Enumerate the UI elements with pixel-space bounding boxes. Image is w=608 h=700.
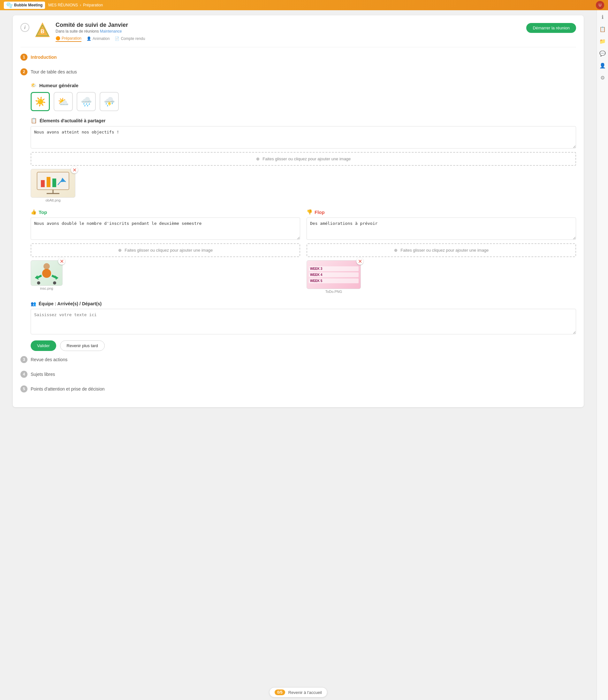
svg-point-9 xyxy=(43,263,50,269)
news-icon: 📋 xyxy=(31,117,37,124)
weather-cloudy-rain[interactable]: 🌧️ xyxy=(77,92,96,111)
agenda-num-5: 5 xyxy=(20,385,27,393)
suite-link[interactable]: Maintenance xyxy=(100,29,122,34)
agenda-num-1: 1 xyxy=(20,54,27,61)
prep-icon: 🟠 xyxy=(56,36,60,41)
tab-compte-rendu[interactable]: 📄 Compte rendu xyxy=(115,36,145,42)
todo-lines: WEEK 3 WEEK 4 WEEK 5 xyxy=(309,266,359,283)
svg-rect-8 xyxy=(52,178,56,187)
todo-image: WEEK 3 WEEK 4 WEEK 5 xyxy=(307,260,361,289)
start-meeting-button[interactable]: Démarrer la réunion xyxy=(526,23,576,33)
panel-icon-settings[interactable]: ⚙ xyxy=(599,74,606,81)
panel-icon-list[interactable]: 📋 xyxy=(599,25,606,33)
tab-preparation[interactable]: 🟠 Préparation xyxy=(56,36,81,42)
top-upload-zone[interactable]: ⊕ Faites glisser ou cliquez pour ajouter… xyxy=(31,243,300,257)
top-icon: 👍 xyxy=(31,209,37,215)
tab-animation[interactable]: 👤 Animation xyxy=(87,36,110,42)
nav-mes-reunions[interactable]: MES RÉUNIONS xyxy=(48,3,78,7)
top-title: 👍 Top xyxy=(31,209,300,215)
svg-rect-6 xyxy=(41,180,45,187)
panel-icon-person[interactable]: 👤 xyxy=(599,62,606,69)
meeting-header: i B Comité de suivi de Janvier Dans la s… xyxy=(20,22,576,42)
main-layout: i B Comité de suivi de Janvier Dans la s… xyxy=(0,10,608,700)
later-button[interactable]: Revenir plus tard xyxy=(60,340,105,351)
flop-icon: 👎 xyxy=(307,209,312,215)
svg-point-14 xyxy=(53,281,56,285)
panel-icon-folder[interactable]: 📁 xyxy=(599,38,606,45)
svg-point-10 xyxy=(42,269,51,278)
meeting-header-left: i B Comité de suivi de Janvier Dans la s… xyxy=(20,22,145,42)
agenda-item-5-header[interactable]: 5 Points d'attention et prise de décisio… xyxy=(20,383,576,395)
meeting-tabs: 🟠 Préparation 👤 Animation 📄 Compte rendu xyxy=(56,36,145,42)
weather-sun[interactable]: ☀️ xyxy=(31,92,50,111)
agenda-label-3: Revue des actions xyxy=(31,357,68,362)
equipe-label: 👥 Équipe : Arrivée(s) / Départ(s) xyxy=(31,301,576,306)
progress-badge: 0/5 xyxy=(274,689,285,695)
flop-upload-icon: ⊕ xyxy=(394,248,398,252)
weather-partly-cloudy[interactable]: ⛅ xyxy=(54,92,73,111)
top-textarea[interactable] xyxy=(31,217,300,240)
meeting-title: Comité de suivi de Janvier xyxy=(56,22,145,29)
meeting-logo: B xyxy=(35,22,51,38)
agenda-item-4: 4 Sujets libres xyxy=(20,368,576,380)
news-upload-zone[interactable]: ⊕ Faites glisser ou cliquez pour ajouter… xyxy=(31,152,576,166)
todo-line-1: WEEK 3 xyxy=(309,266,359,271)
flop-title: 👎 Flop xyxy=(307,209,576,215)
progress-pill: 0/5 Revenir à l'accueil xyxy=(269,687,327,697)
svg-point-13 xyxy=(37,281,40,285)
info-button[interactable]: i xyxy=(20,23,30,32)
agenda-label-5: Points d'attention et prise de décision xyxy=(31,386,105,392)
agenda-label-4: Sujets libres xyxy=(31,372,55,377)
panel-icon-info[interactable]: ℹ xyxy=(599,14,606,20)
agenda-item-2-header[interactable]: 2 Tour de table des actus xyxy=(20,66,576,78)
agenda-num-3: 3 xyxy=(20,356,27,363)
agenda-num-2: 2 xyxy=(20,68,27,75)
nav-preparation: Préparation xyxy=(83,3,103,7)
agenda-item-1-header[interactable]: 1 Introduction xyxy=(20,51,576,63)
avatar[interactable]: U xyxy=(596,1,604,9)
flop-textarea[interactable] xyxy=(307,217,576,240)
flop-section: 👎 Flop ⊕ Faites glisser ou cliquez pour … xyxy=(307,209,576,297)
humeur-icon: 🌤️ xyxy=(31,82,37,88)
agenda-item-2: 2 Tour de table des actus 🌤️ Humeur géné… xyxy=(20,66,576,351)
image-preview-insc: ✕ xyxy=(31,260,62,290)
meeting-subtitle: Dans la suite de réunions Maintenance xyxy=(56,29,145,34)
bottom-spacer xyxy=(0,412,596,428)
equipe-icon: 👥 xyxy=(31,301,36,306)
remove-insc-button[interactable]: ✕ xyxy=(58,258,65,265)
cloudy-rain-emoji: 🌧️ xyxy=(81,96,92,107)
humeur-title: 🌤️ Humeur générale xyxy=(31,82,576,88)
news-textarea[interactable] xyxy=(31,126,576,149)
svg-text:B: B xyxy=(41,29,44,34)
nav-chevron-right: › xyxy=(80,3,81,7)
agenda-item-3: 3 Revue des actions xyxy=(20,354,576,366)
insc-label: insc.png xyxy=(31,286,62,290)
agenda-num-4: 4 xyxy=(20,371,27,378)
cr-icon: 📄 xyxy=(115,36,119,41)
agenda-item-5: 5 Points d'attention et prise de décisio… xyxy=(20,383,576,395)
agenda-item-3-header[interactable]: 3 Revue des actions xyxy=(20,354,576,366)
brand-logo[interactable]: 🫧 Bubble Meeting xyxy=(4,2,45,9)
agenda-label-2: Tour de table des actus xyxy=(31,69,77,74)
svg-rect-7 xyxy=(46,177,51,187)
obatt-label: obAtt.png xyxy=(31,198,75,202)
news-section-label: 📋 Élements d'actualité à partager xyxy=(31,117,576,124)
agenda-label-1: Introduction xyxy=(31,55,57,60)
image-preview-obatt: ✕ xyxy=(31,169,75,202)
home-link[interactable]: Revenir à l'accueil xyxy=(288,690,322,695)
image-preview-todo: ✕ WEEK 3 WEEK 4 WEEK 5 ToDo.PNG xyxy=(307,260,361,294)
agenda-item-4-header[interactable]: 4 Sujets libres xyxy=(20,368,576,380)
humeur-section: 🌤️ Humeur générale ☀️ ⛅ 🌧️ xyxy=(31,82,576,351)
brand-name: Bubble Meeting xyxy=(14,3,42,7)
flop-upload-zone[interactable]: ⊕ Faites glisser ou cliquez pour ajouter… xyxy=(307,243,576,257)
top-flop-row: 👍 Top ⊕ Faites glisser ou cliquez pour a… xyxy=(31,209,576,297)
main-card: i B Comité de suivi de Janvier Dans la s… xyxy=(13,15,584,407)
validate-button[interactable]: Valider xyxy=(31,340,56,351)
todo-line-3: WEEK 5 xyxy=(309,279,359,283)
weather-storm[interactable]: ⛈️ xyxy=(100,92,119,111)
remove-todo-button[interactable]: ✕ xyxy=(356,258,363,265)
equipe-textarea[interactable] xyxy=(31,309,576,334)
remove-obatt-button[interactable]: ✕ xyxy=(71,166,78,173)
todo-label: ToDo.PNG xyxy=(307,290,361,294)
panel-icon-chat[interactable]: 💬 xyxy=(599,50,606,57)
